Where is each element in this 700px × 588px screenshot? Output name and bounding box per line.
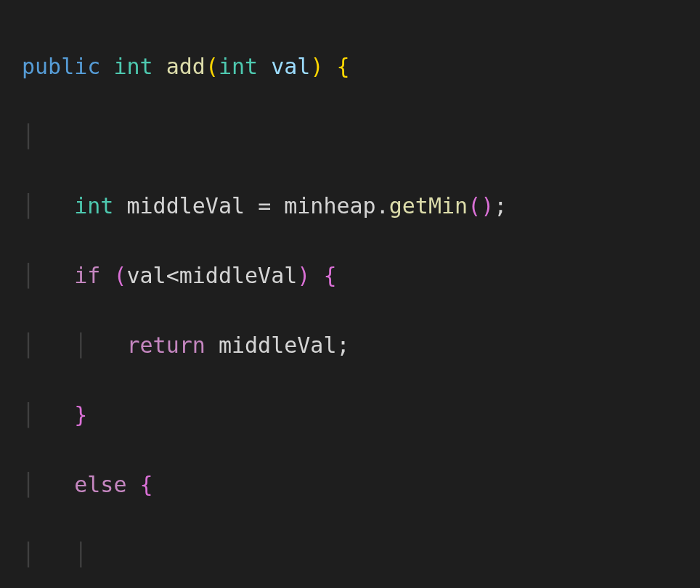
brace-open: { [323,54,349,79]
brace-open: { [310,263,336,288]
indent [35,472,74,497]
keyword-int: int [74,193,113,219]
indent-guide: │ [22,263,35,288]
variable: middleVal [113,193,258,219]
object: minheap [271,193,376,219]
semicolon: ; [337,332,350,358]
indent [35,332,74,358]
indent-guide: │ [22,542,35,567]
keyword-int: int [113,54,152,79]
keyword-else: else [74,472,126,497]
indent [35,263,74,288]
indent-guide: │ [22,332,35,358]
code-line: │ int middleVal = minheap.getMin(); [22,189,678,224]
indent [35,193,74,219]
operator: = [258,193,271,219]
param-type: int [219,54,258,79]
parens: () [468,193,494,219]
function-name: add [166,54,205,79]
keyword-if: if [74,263,100,288]
semicolon: ; [494,193,507,219]
indent [35,402,74,428]
condition: val<middleVal [127,263,298,288]
indent [35,542,74,567]
code-line: │ if (val<middleVal) { [22,258,678,293]
indent-guide: │ [74,332,87,358]
code-line: │ else { [22,467,678,502]
code-line: │ } [22,398,678,433]
paren-close: ) [310,54,323,79]
param-name: val [271,54,310,79]
code-line: │ │ return middleVal; [22,328,678,363]
code-line: │ [22,119,678,154]
indent [87,332,126,358]
indent-guide: │ [74,542,87,567]
paren-open: ( [205,54,219,79]
keyword-public: public [22,54,100,79]
brace-close: } [74,402,87,428]
keyword-return: return [127,332,205,358]
code-line: │ │ [22,537,678,572]
dot: . [376,193,389,219]
variable: middleVal [205,332,337,358]
paren-open: ( [100,263,126,288]
indent-guide: │ [22,472,35,497]
method-name: getMin [389,193,468,219]
paren-close: ) [297,263,310,288]
code-editor[interactable]: public int add(int val) { │ │ int middle… [22,15,678,588]
indent-guide: │ [22,402,35,428]
indent-guide: │ [22,123,35,149]
brace-open: { [127,472,153,497]
code-line: public int add(int val) { [22,49,678,84]
indent-guide: │ [22,193,35,219]
